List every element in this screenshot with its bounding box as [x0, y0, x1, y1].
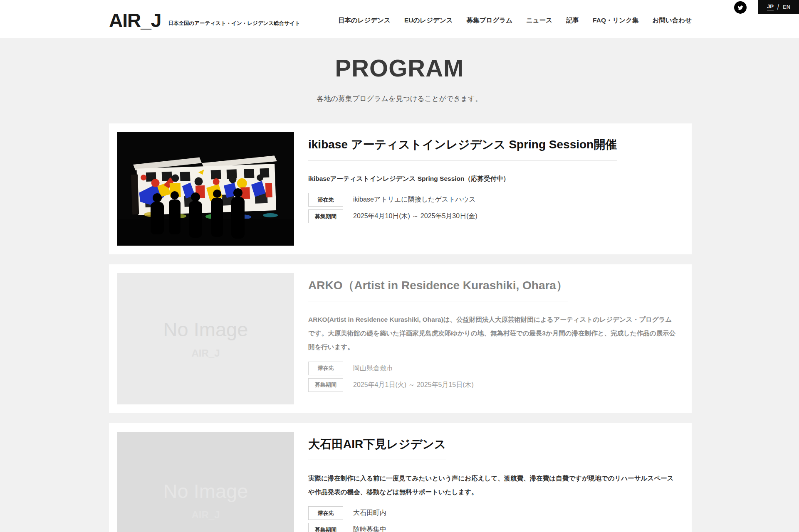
program-title[interactable]: ikibase アーティストインレジデンス Spring Session開催 — [308, 137, 617, 160]
nav-item-faq-links[interactable]: FAQ・リンク集 — [593, 16, 638, 25]
lang-jp[interactable]: JP — [767, 3, 774, 10]
location-label: 滞在先 — [308, 506, 343, 520]
program-lead: ikibaseアーティストインレジデンス Spring Session（応募受付… — [308, 172, 676, 185]
detail-row-period: 募集期間 2025年4月10日(木) ～ 2025年5月30日(金) — [308, 209, 676, 223]
page-subtitle: 各地の募集プログラムを見つけることができます。 — [0, 94, 799, 103]
no-image-brand: AIR_J — [191, 347, 220, 359]
period-label: 募集期間 — [308, 378, 343, 392]
program-card: No Image AIR_J ARKO（Artist in Residence … — [109, 264, 692, 413]
page-title: PROGRAM — [0, 54, 799, 82]
no-image-placeholder: No Image AIR_J — [117, 273, 294, 404]
detail-row-location: 滞在先 大石田町内 — [308, 506, 676, 520]
no-image-text: No Image — [163, 480, 248, 502]
nav-item-contact[interactable]: お問い合わせ — [653, 16, 692, 25]
program-details: 滞在先 ikibaseアトリエに隣接したゲストハウス 募集期間 2025年4月1… — [308, 193, 676, 223]
program-photo-link[interactable]: No Image AIR_J — [117, 273, 294, 404]
lang-en[interactable]: EN — [783, 4, 790, 10]
nav-item-articles[interactable]: 記事 — [566, 16, 579, 25]
location-label: 滞在先 — [308, 362, 343, 375]
lang-divider: / — [777, 2, 779, 11]
language-switcher: JP / EN — [758, 0, 799, 14]
location-value: 岡山県倉敷市 — [353, 364, 393, 373]
period-value: 随時募集中 — [353, 525, 386, 532]
twitter-bird-icon — [737, 4, 744, 11]
program-title[interactable]: ARKO（Artist in Residence Kurashiki, Ohar… — [308, 278, 568, 301]
location-value: ikibaseアトリエに隣接したゲストハウス — [353, 195, 476, 204]
nav-item-eu-residence[interactable]: EUのレジデンス — [404, 16, 453, 25]
period-value: 2025年4月1日(火) ～ 2025年5月15日(木) — [353, 381, 474, 389]
program-card-content: ARKO（Artist in Residence Kurashiki, Ohar… — [308, 273, 683, 404]
nav-item-news[interactable]: ニュース — [526, 16, 552, 25]
program-card: No Image AIR_J 大石田AIR下見レジデンス 実際に滞在制作に入る前… — [109, 423, 692, 532]
twitter-button[interactable] — [734, 1, 747, 14]
location-value: 大石田町内 — [353, 509, 386, 517]
no-image-text: No Image — [163, 318, 248, 341]
program-card: ikibase アーティストインレジデンス Spring Session開催 i… — [109, 123, 692, 254]
main-content: PROGRAM 各地の募集プログラムを見つけることができます。 — [0, 54, 799, 532]
program-details: 滞在先 岡山県倉敷市 募集期間 2025年4月1日(火) ～ 2025年5月15… — [308, 362, 676, 392]
period-value: 2025年4月10日(木) ～ 2025年5月30日(金) — [353, 212, 477, 221]
period-label: 募集期間 — [308, 523, 343, 532]
no-image-brand: AIR_J — [191, 509, 220, 521]
header-inner: AIR_J 日本全国のアーティスト・イン・レジデンス総合サイト 日本のレジデンス… — [109, 0, 692, 38]
program-card-content: 大石田AIR下見レジデンス 実際に滞在制作に入る前に一度見てみたいという声にお応… — [308, 432, 683, 532]
detail-row-period: 募集期間 2025年4月1日(火) ～ 2025年5月15日(木) — [308, 378, 676, 392]
detail-row-location: 滞在先 岡山県倉敷市 — [308, 362, 676, 375]
main-nav: 日本のレジデンス EUのレジデンス 募集プログラム ニュース 記事 FAQ・リン… — [338, 13, 692, 25]
site-logo[interactable]: AIR_J — [109, 11, 161, 30]
location-label: 滞在先 — [308, 193, 343, 207]
detail-row-location: 滞在先 ikibaseアトリエに隣接したゲストハウス — [308, 193, 676, 207]
program-card-list: ikibase アーティストインレジデンス Spring Session開催 i… — [109, 123, 692, 532]
program-lead: ARKO(Artist in Residence Kurashiki, Ohar… — [308, 313, 676, 354]
no-image-placeholder: No Image AIR_J — [117, 432, 294, 532]
site-tagline: 日本全国のアーティスト・イン・レジデンス総合サイト — [168, 20, 300, 27]
program-card-content: ikibase アーティストインレジデンス Spring Session開催 i… — [308, 132, 683, 246]
period-label: 募集期間 — [308, 209, 343, 223]
nav-item-japan-residence[interactable]: 日本のレジデンス — [338, 16, 391, 25]
program-photo-link[interactable] — [117, 132, 294, 246]
program-details: 滞在先 大石田町内 募集期間 随時募集中 — [308, 506, 676, 532]
detail-row-period: 募集期間 随時募集中 — [308, 523, 676, 532]
night-building-projection-photo — [117, 132, 294, 246]
nav-item-programs[interactable]: 募集プログラム — [467, 16, 512, 25]
program-title[interactable]: 大石田AIR下見レジデンス — [308, 437, 446, 460]
program-lead: 実際に滞在制作に入る前に一度見てみたいという声にお応えして、渡航費、滞在費は自費… — [308, 471, 676, 499]
program-photo-link[interactable]: No Image AIR_J — [117, 432, 294, 532]
site-header: AIR_J 日本全国のアーティスト・イン・レジデンス総合サイト 日本のレジデンス… — [0, 0, 799, 38]
